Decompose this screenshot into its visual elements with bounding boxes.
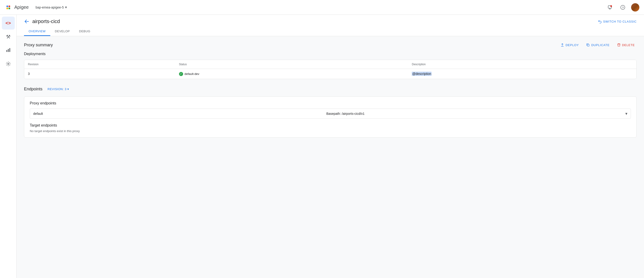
tab-overview[interactable]: OVERVIEW [24, 27, 50, 36]
help-icon: ? [620, 5, 625, 10]
tab-overview-label: OVERVIEW [28, 29, 46, 33]
deploy-icon [560, 43, 564, 47]
top-nav: Apigee bap-emea-apigee-5 ▾ ! ? [0, 0, 644, 15]
proxy-summary-header: Proxy summary DEPLOY DUPLICATE [24, 42, 636, 48]
status-label: default-dev [184, 72, 199, 76]
delete-button[interactable]: DELETE [615, 42, 636, 48]
deployments-table-container: Revision Status Description 3 ✓ default-… [24, 60, 636, 79]
svg-rect-0 [6, 5, 8, 7]
svg-point-14 [8, 63, 9, 64]
col-status: Status [175, 60, 408, 69]
apigee-logo-icon [4, 4, 12, 11]
top-nav-actions: ! ? [605, 3, 640, 12]
table-row: 3 ✓ default-dev @description [24, 69, 636, 79]
endpoint-row[interactable]: default Basepath: /airports-cicd/v1 ▾ [30, 109, 631, 119]
delete-icon [617, 43, 621, 47]
deployments-table: Revision Status Description 3 ✓ default-… [24, 60, 636, 79]
code-icon: <> [6, 20, 11, 26]
help-button[interactable]: ? [618, 3, 628, 12]
description-value: @description [412, 72, 432, 76]
endpoints-section: Endpoints REVISION: 3 ▾ Proxy endpoints … [24, 86, 636, 138]
svg-rect-1 [8, 5, 10, 7]
revision-chip[interactable]: REVISION: 3 ▾ [46, 86, 71, 92]
app-name: Apigee [14, 4, 28, 10]
duplicate-button[interactable]: DUPLICATE [584, 42, 611, 48]
duplicate-icon [586, 43, 590, 47]
avatar-image [631, 3, 640, 11]
proxy-summary-title: Proxy summary [24, 43, 53, 47]
back-arrow-icon [24, 19, 30, 24]
svg-rect-15 [588, 44, 589, 46]
sidebar-item-tools[interactable]: ⚒ [2, 30, 15, 43]
org-name: bap-emea-apigee-5 [36, 5, 64, 9]
page-title-row: airports-cicd [24, 18, 60, 24]
target-endpoints-section: Target endpoints No target endpoints exi… [30, 123, 631, 133]
tab-debug-label: DEBUG [79, 29, 90, 33]
switch-to-classic-button[interactable]: SWITCH TO CLASSIC [598, 19, 636, 23]
notifications-button[interactable]: ! [605, 3, 614, 12]
proxy-endpoints-card: Proxy endpoints default Basepath: /airpo… [24, 96, 636, 138]
svg-rect-11 [6, 50, 7, 52]
sidebar-item-code[interactable]: <> [2, 16, 15, 29]
sidebar: <> ⚒ [0, 15, 16, 278]
deploy-button[interactable]: DEPLOY [559, 42, 581, 48]
app-logo: Apigee [4, 4, 28, 11]
tab-develop-label: DEVELOP [55, 29, 70, 33]
svg-rect-12 [8, 49, 9, 52]
revision-label: REVISION: 3 [48, 87, 66, 91]
endpoint-name: default [33, 112, 66, 115]
table-head: Revision Status Description [24, 60, 636, 69]
target-endpoints-title: Target endpoints [30, 123, 631, 127]
endpoints-title: Endpoints [24, 87, 42, 91]
svg-rect-2 [6, 7, 8, 9]
deployments-section: Deployments Revision Status Description … [24, 52, 636, 79]
cell-status: ✓ default-dev [175, 69, 408, 79]
endpoint-basepath: Basepath: /airports-cicd/v1 [326, 112, 365, 115]
col-revision: Revision [24, 60, 175, 69]
col-description: Description [408, 60, 636, 69]
settings-icon [6, 61, 11, 68]
tab-bar: OVERVIEW DEVELOP DEBUG [24, 27, 636, 36]
tab-develop[interactable]: DEVELOP [50, 27, 74, 36]
table-header-row: Revision Status Description [24, 60, 636, 69]
status-badge: ✓ default-dev [179, 72, 199, 76]
proxy-endpoints-title: Proxy endpoints [30, 101, 631, 105]
duplicate-label: DUPLICATE [591, 43, 610, 47]
page-header-top: airports-cicd SWITCH TO CLASSIC [24, 18, 636, 24]
org-dropdown-icon: ▾ [65, 5, 67, 9]
sidebar-item-analytics[interactable] [2, 44, 15, 57]
table-body: 3 ✓ default-dev @description [24, 69, 636, 79]
endpoints-header: Endpoints REVISION: 3 ▾ [24, 86, 636, 92]
cell-revision: 3 [24, 69, 175, 79]
svg-rect-13 [9, 48, 10, 52]
action-buttons: DEPLOY DUPLICATE DELETE [559, 42, 636, 48]
switch-classic-label: SWITCH TO CLASSIC [603, 20, 636, 23]
endpoint-chevron-icon: ▾ [625, 111, 628, 116]
sidebar-item-settings[interactable] [2, 58, 15, 71]
org-selector[interactable]: bap-emea-apigee-5 ▾ [33, 4, 69, 11]
cell-description: @description [408, 69, 636, 79]
deploy-label: DEPLOY [566, 43, 579, 47]
no-target-endpoints-text: No target endpoints exist in this proxy [30, 129, 631, 133]
status-check-icon: ✓ [179, 72, 183, 76]
deployments-title: Deployments [24, 52, 636, 56]
tools-icon: ⚒ [6, 34, 10, 40]
notifications-icon: ! [607, 5, 612, 10]
svg-text:!: ! [610, 5, 611, 7]
delete-label: DELETE [622, 43, 635, 47]
avatar[interactable] [631, 3, 640, 11]
revision-dropdown-icon: ▾ [67, 87, 69, 91]
svg-text:?: ? [622, 6, 624, 9]
page-header: airports-cicd SWITCH TO CLASSIC OVERVIEW… [16, 15, 644, 36]
switch-classic-icon [598, 19, 602, 23]
analytics-icon [6, 47, 11, 54]
tab-debug[interactable]: DEBUG [74, 27, 95, 36]
svg-rect-3 [8, 7, 10, 9]
main-content: airports-cicd SWITCH TO CLASSIC OVERVIEW… [16, 15, 644, 278]
back-button[interactable] [24, 19, 30, 24]
page-body: Proxy summary DEPLOY DUPLICATE [16, 36, 644, 149]
page-title: airports-cicd [32, 18, 60, 24]
